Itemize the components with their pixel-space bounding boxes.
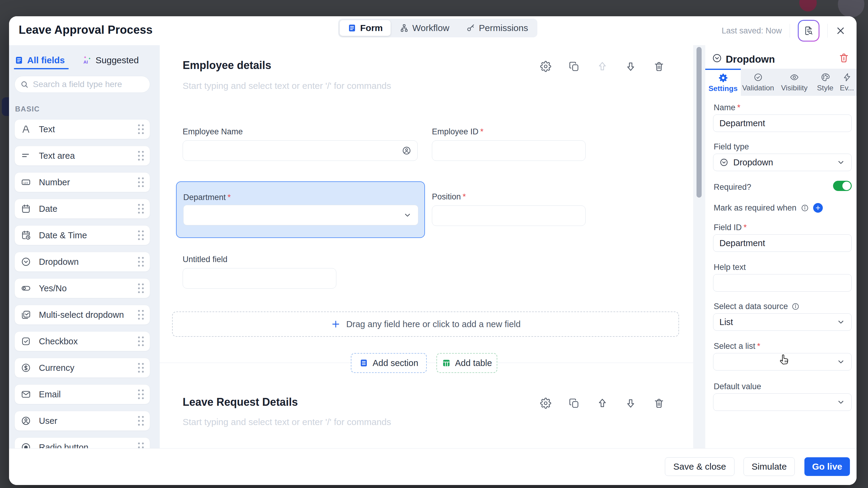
header-actions: Last saved: Now [721,16,846,45]
field-id-label: Field ID* [714,223,747,232]
tab-workflow-label: Workflow [412,23,450,33]
info-icon[interactable] [792,302,800,311]
chevron-down-icon [403,210,412,220]
drag-handle[interactable] [138,177,144,187]
check-circle-icon [753,73,763,82]
drag-handle[interactable] [138,204,144,214]
document-search-icon [799,21,818,41]
field-type-date-time[interactable]: Date & Time [14,225,150,245]
preview-form-button[interactable] [798,20,819,41]
position-input[interactable] [432,205,586,226]
drag-handle[interactable] [138,336,144,346]
tab-workflow[interactable]: Workflow [392,20,457,36]
required-asterisk: * [744,223,747,232]
drag-handle[interactable] [138,310,144,320]
save-close-button[interactable]: Save & close [665,457,735,476]
data-source-select[interactable]: List [713,313,852,331]
section-duplicate-icon[interactable] [568,61,580,72]
section-settings-icon[interactable] [540,61,551,72]
drag-handle[interactable] [138,416,144,426]
section-move-down-icon[interactable] [625,61,636,72]
field-id-input[interactable]: Department [713,234,852,252]
drag-field-dropzone[interactable]: Drag any field here or click to add a ne… [172,312,679,337]
default-value-label: Default value [714,382,761,391]
department-dropdown[interactable] [183,205,418,225]
field-type-multi-select[interactable]: Multi-select dropdown [14,305,150,325]
field-type-radio-button[interactable]: Radio button [14,437,150,448]
section-move-down-icon[interactable] [625,398,636,409]
field-type-label: Date & Time [39,230,130,240]
add-table-button[interactable]: Add table [436,353,497,373]
delete-field-icon[interactable] [838,53,849,63]
close-button[interactable] [835,26,846,36]
table-icon [442,358,451,367]
section-move-up-icon[interactable] [597,398,608,409]
drag-handle[interactable] [138,124,144,134]
scrollbar-thumb[interactable] [696,47,702,198]
section-title-leave-request[interactable]: Leave Request Details [183,396,298,409]
drag-handle[interactable] [138,443,144,448]
field-type-dropdown[interactable]: Dropdown [14,252,150,272]
field-type-date[interactable]: Date [14,199,150,219]
panel-tab-events[interactable]: Ev... [837,69,857,96]
select-list-select[interactable] [713,353,852,370]
simulate-button[interactable]: Simulate [744,457,795,476]
drag-handle[interactable] [138,363,144,372]
name-input[interactable]: Department [713,115,852,132]
required-asterisk: * [480,127,484,136]
field-type-currency[interactable]: Currency [14,358,150,378]
field-type-yes-no[interactable]: Yes/No [14,278,150,298]
employee-name-input[interactable] [183,140,418,161]
field-type-text-area[interactable]: Text area [14,146,150,166]
svg-text:AI: AI [84,60,88,64]
field-type-number[interactable]: 123 Number [14,172,150,192]
employee-id-input[interactable] [432,140,586,161]
drag-handle[interactable] [138,284,144,293]
tab-permissions[interactable]: Permissions [458,20,536,36]
tab-all-fields[interactable]: All fields [14,55,65,65]
panel-tab-visibility[interactable]: Visibility [775,69,813,96]
drag-handle[interactable] [138,230,144,240]
panel-tab-settings[interactable]: Settings [705,69,741,96]
canvas-scrollbar [693,45,705,448]
field-type-label: Text area [39,151,130,161]
section-1-description-placeholder[interactable]: Start typing and select text or enter '/… [183,81,391,91]
field-type-select[interactable]: Dropdown [713,154,852,171]
divider [789,24,790,38]
drag-handle[interactable] [138,151,144,161]
help-text-input[interactable] [713,274,852,292]
section-2-description-placeholder[interactable]: Start typing and select text or enter '/… [183,417,391,427]
checkbox-icon [21,336,31,347]
field-search[interactable] [14,76,150,93]
section-delete-icon[interactable] [653,398,664,409]
drag-handle[interactable] [138,257,144,267]
calendar-clock-icon [21,230,31,240]
field-type-user[interactable]: User [14,411,150,431]
panel-tab-style[interactable]: Style [813,69,837,96]
department-field-selected[interactable]: Department* [176,181,425,238]
go-live-button[interactable]: Go live [804,457,850,476]
section-move-up-icon[interactable] [597,61,608,72]
untitled-field-input[interactable] [183,268,336,289]
field-type-email[interactable]: Email [14,384,150,404]
default-value-select[interactable] [713,393,852,411]
mark-required-row: Mark as required when [714,203,823,213]
section-delete-icon[interactable] [653,61,664,72]
text-area-icon [21,151,31,161]
tab-form[interactable]: Form [340,20,391,36]
department-label: Department* [183,193,231,202]
section-settings-icon[interactable] [540,398,551,409]
info-icon[interactable] [801,204,809,212]
add-condition-button[interactable] [813,203,823,213]
section-duplicate-icon[interactable] [568,398,580,409]
search-input[interactable] [32,79,144,90]
drag-handle[interactable] [138,390,144,399]
chevron-down-icon [836,158,845,167]
field-type-checkbox[interactable]: Checkbox [14,331,150,351]
add-section-button[interactable]: Add section [351,353,427,373]
section-title-employee-details[interactable]: Employee details [183,59,271,72]
required-toggle[interactable] [833,181,852,191]
tab-suggested[interactable]: AI Suggested [82,55,138,65]
field-type-text[interactable]: Text [14,119,150,139]
panel-tab-validation[interactable]: Validation [741,69,775,96]
